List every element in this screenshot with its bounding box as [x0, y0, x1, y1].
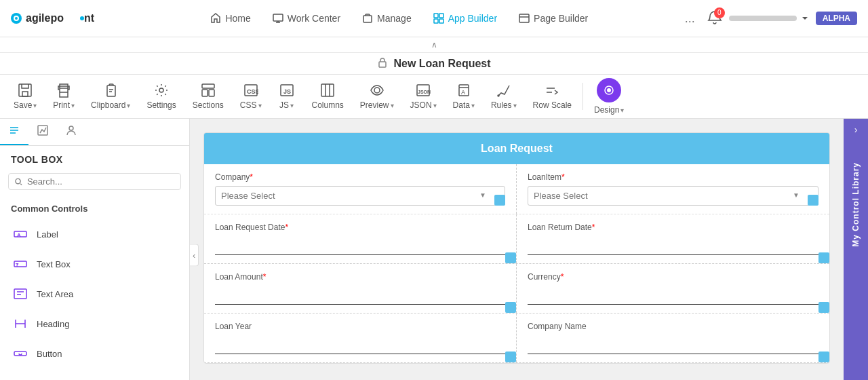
nav-right: ... 0 ALPHA: [679, 9, 857, 28]
user-area[interactable]: [729, 14, 809, 22]
toolbar-json[interactable]: JSON JSON▾: [402, 79, 445, 114]
toolbar-save[interactable]: Save▾: [5, 79, 45, 114]
title-bar: New Loan Request: [0, 53, 868, 75]
toolbox-header: TOOL BOX: [0, 146, 189, 173]
alpha-badge: ALPHA: [816, 12, 857, 25]
loanitem-select[interactable]: Please Select: [528, 186, 818, 206]
returndate-handle[interactable]: [818, 252, 829, 263]
loanamount-handle[interactable]: [505, 302, 516, 313]
form-cell-company: Company* Please Select: [204, 164, 517, 214]
svg-text:A: A: [461, 89, 465, 96]
toolbar-data[interactable]: A Data▾: [445, 79, 483, 114]
svg-rect-26: [321, 84, 334, 96]
tool-textarea[interactable]: Text Area: [0, 279, 189, 309]
loanyear-handle[interactable]: [505, 352, 516, 362]
form-row-2: Loan Request Date* Loan Return Date*: [204, 214, 829, 264]
companyname-input[interactable]: [528, 335, 818, 354]
sidebar-tabs: [0, 119, 189, 146]
svg-text:JSON: JSON: [418, 90, 431, 94]
sidebar-tab-list[interactable]: [0, 119, 28, 145]
logo: agilepo nt: [11, 7, 99, 29]
nav-workcenter[interactable]: Work Center: [264, 9, 349, 28]
toolbar-css[interactable]: CSS CSS▾: [232, 79, 270, 114]
loanamount-label: Loan Amount*: [215, 272, 505, 282]
svg-text:T: T: [16, 263, 19, 267]
right-panel[interactable]: › My Control Library: [844, 119, 868, 380]
svg-rect-30: [459, 85, 469, 88]
form-cell-requestdate: Loan Request Date*: [204, 214, 517, 263]
toolbar: Save▾ Print▾ Clipboard▾ Settings Section…: [0, 75, 868, 119]
collapse-arrow[interactable]: ∧: [0, 37, 868, 53]
more-button[interactable]: ...: [679, 9, 701, 28]
loanyear-label: Loan Year: [215, 322, 505, 331]
svg-rect-11: [439, 19, 443, 23]
nav-manage[interactable]: Manage: [354, 9, 420, 28]
company-select-wrapper: Please Select: [215, 186, 505, 206]
tool-textbox[interactable]: T Text Box: [0, 249, 189, 279]
tool-heading[interactable]: Heading: [0, 309, 189, 339]
svg-point-37: [16, 178, 20, 183]
svg-point-18: [159, 88, 163, 92]
notification-button[interactable]: 0: [707, 10, 722, 27]
nav-pagebuilder[interactable]: Page Builder: [511, 9, 596, 28]
form-cell-loanyear: Loan Year: [204, 314, 517, 362]
tool-button[interactable]: Button: [0, 339, 189, 368]
svg-point-27: [374, 88, 380, 93]
loanitem-select-wrapper: Please Select: [528, 186, 818, 206]
form-cell-currency: Currency*: [517, 264, 829, 313]
heading-icon: [11, 314, 30, 333]
svg-text:agilepo: agilepo: [26, 12, 64, 24]
toolbar-divider: [583, 83, 583, 110]
returndate-label: Loan Return Date*: [528, 223, 818, 232]
loanitem-handle[interactable]: [808, 195, 818, 206]
form-cell-returndate: Loan Return Date*: [517, 214, 829, 263]
form-cell-loanamount: Loan Amount*: [204, 264, 517, 313]
label-icon: A: [11, 225, 30, 244]
nav-appbuilder[interactable]: App Builder: [425, 9, 505, 28]
companyname-handle[interactable]: [818, 352, 829, 362]
requestdate-input[interactable]: [215, 236, 505, 255]
loanyear-input[interactable]: [215, 335, 505, 354]
textbox-icon: T: [11, 254, 30, 273]
tool-label[interactable]: A Label: [0, 219, 189, 249]
company-handle[interactable]: [494, 195, 505, 206]
nav-home[interactable]: Home: [202, 9, 258, 28]
svg-rect-12: [519, 14, 529, 22]
toolbar-rules[interactable]: Rules▾: [483, 79, 525, 114]
requestdate-label: Loan Request Date*: [215, 223, 505, 232]
currency-handle[interactable]: [818, 302, 829, 313]
sidebar-tab-user[interactable]: [57, 119, 85, 145]
svg-text:nt: nt: [84, 12, 95, 24]
returndate-input[interactable]: [528, 236, 818, 255]
toolbar-sections[interactable]: Sections: [184, 79, 232, 114]
top-nav: agilepo nt Home Work Center Manage App B…: [0, 0, 868, 37]
form-row-3: Loan Amount* Currency*: [204, 264, 829, 314]
sidebar-collapse-button[interactable]: ‹: [190, 244, 199, 267]
currency-input[interactable]: [528, 286, 818, 305]
notification-badge: 0: [714, 7, 725, 18]
svg-text:JS: JS: [283, 88, 291, 95]
svg-rect-21: [209, 90, 214, 96]
form-row-1: Company* Please Select LoanItem*: [204, 164, 829, 214]
toolbar-print[interactable]: Print▾: [45, 79, 83, 114]
toolbar-columns[interactable]: Columns: [304, 79, 352, 114]
svg-rect-17: [107, 86, 115, 96]
form-row-4: Loan Year Company Name: [204, 314, 829, 363]
loanamount-input[interactable]: [215, 286, 505, 305]
svg-rect-8: [434, 14, 438, 18]
form-area: Loan Request Company* Please Select: [190, 119, 844, 380]
toolbar-js[interactable]: JS JS▾: [270, 79, 304, 114]
toolbar-rowscale[interactable]: Row Scale: [525, 79, 580, 114]
search-input[interactable]: [27, 176, 175, 187]
sidebar-tab-chart[interactable]: [28, 119, 57, 145]
company-select[interactable]: Please Select: [215, 186, 505, 206]
requestdate-handle[interactable]: [505, 252, 516, 263]
svg-rect-9: [439, 14, 443, 18]
search-box[interactable]: [8, 173, 181, 190]
right-panel-expand-icon: ›: [854, 119, 858, 140]
toolbar-clipboard[interactable]: Clipboard▾: [83, 79, 138, 114]
button-icon: [11, 344, 30, 363]
toolbar-design[interactable]: Design▾: [586, 74, 632, 119]
toolbar-settings[interactable]: Settings: [138, 79, 184, 114]
toolbar-preview[interactable]: Preview▾: [352, 79, 402, 114]
